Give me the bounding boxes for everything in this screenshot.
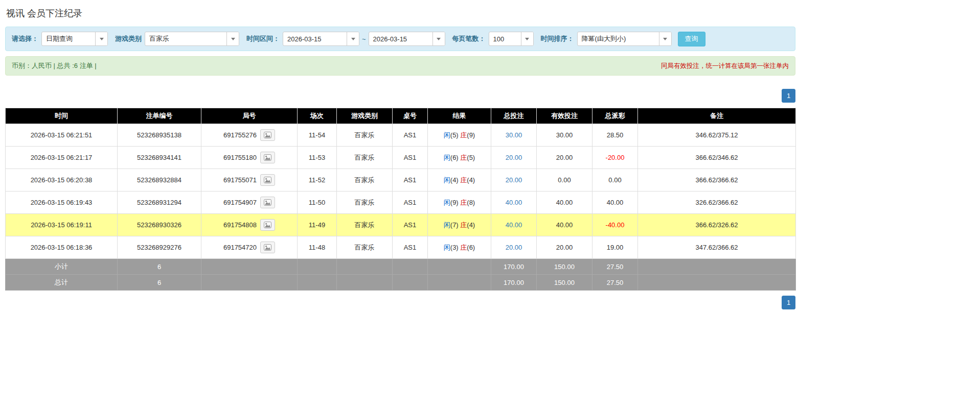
column-header: 局号 bbox=[201, 108, 298, 124]
cell-total-bet: 20.00 bbox=[491, 236, 537, 259]
total-bet-link[interactable]: 30.00 bbox=[506, 131, 522, 139]
total-bet-link[interactable]: 40.00 bbox=[506, 199, 522, 206]
player-result: 闲 bbox=[444, 199, 450, 206]
cell-result: 闲(9) 庄(8) bbox=[428, 191, 491, 214]
cell-table-no: AS1 bbox=[393, 191, 428, 214]
cell-time: 2026-03-15 06:20:38 bbox=[6, 169, 118, 191]
sum-payout: 27.50 bbox=[592, 259, 638, 275]
cell-game-type: 百家乐 bbox=[337, 124, 393, 147]
date-from-value: 2026-03-15 bbox=[283, 35, 347, 43]
search-button[interactable]: 查询 bbox=[678, 32, 705, 46]
date-from-select[interactable]: 2026-03-15 bbox=[283, 32, 359, 46]
cell-session: 11-54 bbox=[298, 124, 337, 147]
column-header: 场次 bbox=[298, 108, 337, 124]
cell-bet-id: 523268932884 bbox=[118, 169, 201, 191]
banker-result: 庄 bbox=[460, 221, 467, 229]
cell-bet-id: 523268935138 bbox=[118, 124, 201, 147]
cell-bet-id: 523268929276 bbox=[118, 236, 201, 259]
records-tfoot: 小计6170.00150.0027.50总计6170.00150.0027.50 bbox=[6, 259, 796, 291]
video-replay-button[interactable] bbox=[260, 174, 275, 186]
total-bet-link[interactable]: 20.00 bbox=[506, 154, 522, 161]
chevron-down-icon[interactable] bbox=[226, 32, 239, 45]
column-header: 有效投注 bbox=[537, 108, 592, 124]
table-row: 2026-03-15 06:19:11523268930326691754808… bbox=[6, 214, 796, 236]
cell-result: 闲(4) 庄(4) bbox=[428, 169, 491, 191]
cell-round-id: 691754907 bbox=[201, 191, 298, 214]
round-id: 691754907 bbox=[223, 199, 257, 206]
chevron-down-icon[interactable] bbox=[659, 32, 671, 45]
game-type-value: 百家乐 bbox=[145, 34, 226, 43]
total-bet-link[interactable]: 40.00 bbox=[506, 221, 522, 229]
sum-label: 小计 bbox=[6, 259, 118, 275]
banker-result: 庄 bbox=[460, 131, 467, 139]
date-range-label: 时间区间： bbox=[246, 34, 280, 43]
cell-game-type: 百家乐 bbox=[337, 191, 393, 214]
cell-session: 11-53 bbox=[298, 147, 337, 169]
records-tbody: 2026-03-15 06:21:51523268935138691755276… bbox=[6, 124, 796, 259]
video-icon bbox=[264, 132, 271, 140]
column-header: 注单编号 bbox=[118, 108, 201, 124]
video-replay-button[interactable] bbox=[260, 219, 275, 231]
banker-result: 庄 bbox=[460, 244, 467, 251]
game-type-select[interactable]: 百家乐 bbox=[145, 32, 239, 46]
date-to-select[interactable]: 2026-03-15 bbox=[369, 32, 445, 46]
page-button[interactable]: 1 bbox=[782, 89, 795, 103]
cell-time: 2026-03-15 06:19:11 bbox=[6, 214, 118, 236]
video-replay-button[interactable] bbox=[260, 152, 275, 163]
query-type-select[interactable]: 日期查询 bbox=[41, 32, 108, 46]
video-replay-button[interactable] bbox=[260, 242, 275, 253]
sort-label: 时间排序： bbox=[541, 34, 574, 43]
sum-total-bet: 170.00 bbox=[491, 259, 537, 275]
cell-payout: 28.50 bbox=[592, 124, 638, 147]
total-row: 总计6170.00150.0027.50 bbox=[6, 275, 796, 291]
video-icon bbox=[264, 177, 271, 185]
chevron-down-icon[interactable] bbox=[521, 32, 533, 45]
page-button[interactable]: 1 bbox=[782, 296, 795, 309]
banker-result: 庄 bbox=[460, 199, 467, 206]
cell-note: 366.62/326.62 bbox=[638, 214, 796, 236]
query-type-value: 日期查询 bbox=[42, 34, 95, 43]
cell-note: 366.62/366.62 bbox=[638, 169, 796, 191]
cell-round-id: 691754720 bbox=[201, 236, 298, 259]
total-bet-link[interactable]: 20.00 bbox=[506, 244, 522, 251]
cell-time: 2026-03-15 06:18:36 bbox=[6, 236, 118, 259]
sort-value: 降冪(由大到小) bbox=[578, 34, 659, 43]
round-id: 691755071 bbox=[223, 176, 257, 184]
sort-select[interactable]: 降冪(由大到小) bbox=[577, 32, 672, 46]
chevron-down-icon[interactable] bbox=[432, 32, 445, 45]
player-result: 闲 bbox=[444, 176, 450, 184]
chevron-down-icon[interactable] bbox=[95, 32, 107, 45]
video-replay-button[interactable] bbox=[260, 197, 275, 208]
cell-note: 366.62/346.62 bbox=[638, 147, 796, 169]
page-container: 视讯 会员下注纪录 请选择： 日期查询 游戏类别 百家乐 时间区间： 2026-… bbox=[5, 0, 795, 309]
notice-text: 同局有效投注，统一计算在该局第一张注单内 bbox=[661, 62, 789, 70]
sum-count: 6 bbox=[118, 259, 201, 275]
cell-table-no: AS1 bbox=[393, 236, 428, 259]
cell-note: 346.62/375.12 bbox=[638, 124, 796, 147]
range-separator: ~ bbox=[362, 35, 366, 43]
video-replay-button[interactable] bbox=[260, 129, 275, 141]
column-header: 时间 bbox=[6, 108, 118, 124]
query-type-label: 请选择： bbox=[12, 34, 38, 43]
total-bet-link[interactable]: 20.00 bbox=[506, 176, 522, 184]
cell-valid-bet: 40.00 bbox=[537, 214, 592, 236]
cell-game-type: 百家乐 bbox=[337, 169, 393, 191]
cell-bet-id: 523268931294 bbox=[118, 191, 201, 214]
cell-total-bet: 20.00 bbox=[491, 169, 537, 191]
page-size-select[interactable]: 100 bbox=[489, 32, 534, 46]
chevron-down-icon[interactable] bbox=[347, 32, 359, 45]
table-row: 2026-03-15 06:21:51523268935138691755276… bbox=[6, 124, 796, 147]
cell-time: 2026-03-15 06:21:51 bbox=[6, 124, 118, 147]
subtotal-row: 小计6170.00150.0027.50 bbox=[6, 259, 796, 275]
cell-round-id: 691755180 bbox=[201, 147, 298, 169]
cell-payout: -20.00 bbox=[592, 147, 638, 169]
column-header: 桌号 bbox=[393, 108, 428, 124]
cell-session: 11-48 bbox=[298, 236, 337, 259]
cell-session: 11-52 bbox=[298, 169, 337, 191]
cell-note: 326.62/366.62 bbox=[638, 191, 796, 214]
date-to-value: 2026-03-15 bbox=[369, 35, 432, 43]
cell-game-type: 百家乐 bbox=[337, 236, 393, 259]
cell-valid-bet: 20.00 bbox=[537, 147, 592, 169]
table-row: 2026-03-15 06:20:38523268932884691755071… bbox=[6, 169, 796, 191]
pagination-top: 1 bbox=[5, 89, 795, 103]
